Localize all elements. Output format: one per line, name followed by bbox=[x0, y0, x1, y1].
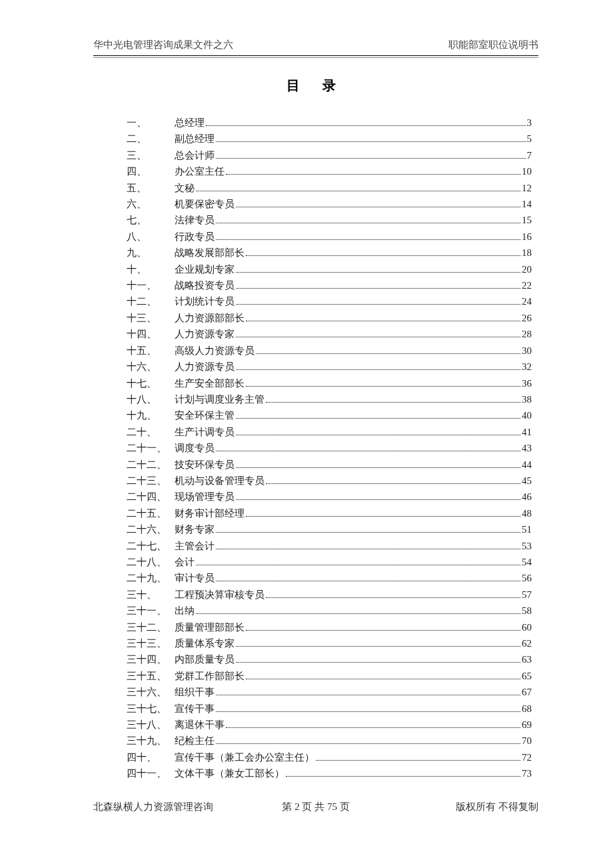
toc-entry-number: 二十三、 bbox=[127, 473, 175, 489]
toc-entry-number: 二十七、 bbox=[127, 538, 175, 554]
toc-entry-page: 70 bbox=[522, 733, 532, 749]
toc-entry-number: 十五、 bbox=[127, 343, 175, 359]
toc-leader-dots bbox=[246, 679, 520, 679]
toc-entry-title: 主管会计 bbox=[175, 538, 215, 554]
toc-entry-title: 法律专员 bbox=[175, 212, 215, 228]
toc-entry-number: 十四、 bbox=[127, 326, 175, 342]
toc-entry-page: 18 bbox=[522, 245, 532, 261]
toc-leader-dots bbox=[196, 191, 520, 191]
toc-entry-page: 12 bbox=[522, 180, 532, 196]
toc-entry-title: 调度专员 bbox=[175, 440, 215, 456]
toc-entry-title: 会计 bbox=[175, 554, 195, 570]
toc-entry-title: 离退休干事 bbox=[175, 717, 225, 733]
toc-entry: 二十二、技安环保专员44 bbox=[127, 457, 532, 473]
toc-leader-dots bbox=[216, 158, 526, 159]
toc-entry-number: 三十二、 bbox=[127, 619, 175, 635]
toc-entry-title: 纪检主任 bbox=[175, 733, 215, 749]
toc-entry-page: 72 bbox=[522, 749, 532, 765]
toc-leader-dots bbox=[246, 321, 520, 321]
toc-entry-page: 69 bbox=[522, 717, 532, 733]
toc-entry-page: 62 bbox=[522, 635, 532, 651]
footer-left: 北森纵横人力资源管理咨询 bbox=[93, 801, 213, 813]
toc-entry-number: 三、 bbox=[127, 147, 175, 163]
toc-entry-title: 战略发展部部长 bbox=[175, 245, 245, 261]
toc-entry: 十一、战略投资专员22 bbox=[127, 277, 532, 293]
header-rule-2 bbox=[93, 57, 538, 58]
toc-entry-page: 46 bbox=[522, 489, 532, 505]
toc-entry: 九、战略发展部部长18 bbox=[127, 245, 532, 261]
toc-entry-page: 48 bbox=[522, 505, 532, 521]
toc-entry-page: 3 bbox=[527, 115, 532, 131]
toc-entry-page: 53 bbox=[522, 538, 532, 554]
toc-entry-number: 四十、 bbox=[127, 749, 175, 765]
toc-leader-dots bbox=[216, 711, 520, 712]
header-rule-1 bbox=[93, 55, 538, 56]
toc-entry-title: 现场管理专员 bbox=[175, 489, 235, 505]
toc-entry-number: 九、 bbox=[127, 245, 175, 261]
toc-entry: 一、总经理3 bbox=[127, 115, 532, 131]
toc-entry-page: 73 bbox=[522, 765, 532, 781]
toc-entry-number: 十一、 bbox=[127, 277, 175, 293]
toc-entry-number: 三十八、 bbox=[127, 717, 175, 733]
toc-entry-page: 63 bbox=[522, 651, 532, 667]
toc-entry-number: 二十九、 bbox=[127, 570, 175, 586]
table-of-contents: 一、总经理3二、副总经理5三、总会计师7四、办公室主任10五、文秘12六、机要保… bbox=[93, 115, 538, 782]
toc-entry-number: 二十、 bbox=[127, 424, 175, 440]
toc-entry-number: 三十五、 bbox=[127, 668, 175, 684]
toc-leader-dots bbox=[216, 743, 520, 744]
toc-leader-dots bbox=[236, 418, 520, 419]
toc-entry-title: 工程预决算审核专员 bbox=[175, 587, 265, 603]
toc-entry-number: 十七、 bbox=[127, 375, 175, 391]
toc-entry-number: 十三、 bbox=[127, 310, 175, 326]
toc-entry-page: 45 bbox=[522, 473, 532, 489]
toc-entry-title: 质量管理部部长 bbox=[175, 619, 245, 635]
toc-entry-title: 质量体系专家 bbox=[175, 635, 235, 651]
toc-entry-number: 十六、 bbox=[127, 359, 175, 375]
toc-entry: 七、法律专员15 bbox=[127, 212, 532, 228]
toc-entry-title: 人力资源专家 bbox=[175, 326, 235, 342]
toc-leader-dots bbox=[206, 125, 526, 126]
toc-entry-page: 26 bbox=[522, 310, 532, 326]
toc-entry-number: 七、 bbox=[127, 212, 175, 228]
toc-entry-number: 三十六、 bbox=[127, 684, 175, 700]
toc-entry: 十七、生产安全部部长36 bbox=[127, 375, 532, 391]
toc-entry: 三十五、党群工作部部长65 bbox=[127, 668, 532, 684]
toc-entry-title: 生产计调专员 bbox=[175, 424, 235, 440]
toc-entry: 十五、高级人力资源专员30 bbox=[127, 343, 532, 359]
toc-entry-number: 三十一、 bbox=[127, 603, 175, 619]
toc-leader-dots bbox=[236, 337, 520, 337]
toc-entry-title: 计划统计专员 bbox=[175, 293, 235, 309]
toc-entry-page: 54 bbox=[522, 554, 532, 570]
toc-leader-dots bbox=[236, 662, 520, 663]
toc-entry: 三十九、纪检主任70 bbox=[127, 733, 532, 749]
toc-entry-page: 16 bbox=[522, 229, 532, 245]
toc-entry-number: 二十一、 bbox=[127, 440, 175, 456]
toc-entry-page: 28 bbox=[522, 326, 532, 342]
toc-entry-page: 14 bbox=[522, 196, 532, 212]
toc-entry-number: 二十五、 bbox=[127, 505, 175, 521]
toc-entry: 二十、生产计调专员41 bbox=[127, 424, 532, 440]
toc-entry-number: 四、 bbox=[127, 163, 175, 179]
toc-leader-dots bbox=[246, 516, 520, 517]
toc-entry-title: 文体干事（兼女工部长） bbox=[175, 765, 285, 781]
toc-entry-number: 八、 bbox=[127, 229, 175, 245]
toc-entry-title: 组织干事 bbox=[175, 684, 215, 700]
toc-leader-dots bbox=[216, 581, 520, 581]
toc-leader-dots bbox=[216, 141, 526, 142]
toc-entry: 二十七、主管会计53 bbox=[127, 538, 532, 554]
toc-entry: 二十九、审计专员56 bbox=[127, 570, 532, 586]
toc-entry-title: 技安环保专员 bbox=[175, 457, 235, 473]
toc-entry-page: 7 bbox=[527, 147, 532, 163]
toc-entry: 四十一、文体干事（兼女工部长）73 bbox=[127, 765, 532, 781]
toc-entry-number: 三十三、 bbox=[127, 635, 175, 651]
header-left: 华中光电管理咨询成果文件之六 bbox=[93, 39, 233, 51]
page-footer: 北森纵横人力资源管理咨询 第 2 页 共 75 页 版权所有 不得复制 bbox=[93, 801, 538, 813]
toc-entry-title: 出纳 bbox=[175, 603, 195, 619]
toc-leader-dots bbox=[316, 760, 520, 761]
toc-entry-title: 审计专员 bbox=[175, 570, 215, 586]
toc-entry-page: 56 bbox=[522, 570, 532, 586]
toc-leader-dots bbox=[196, 565, 520, 565]
toc-entry-page: 10 bbox=[522, 163, 532, 179]
toc-entry-number: 二、 bbox=[127, 131, 175, 147]
toc-entry-title: 财务审计部经理 bbox=[175, 505, 245, 521]
